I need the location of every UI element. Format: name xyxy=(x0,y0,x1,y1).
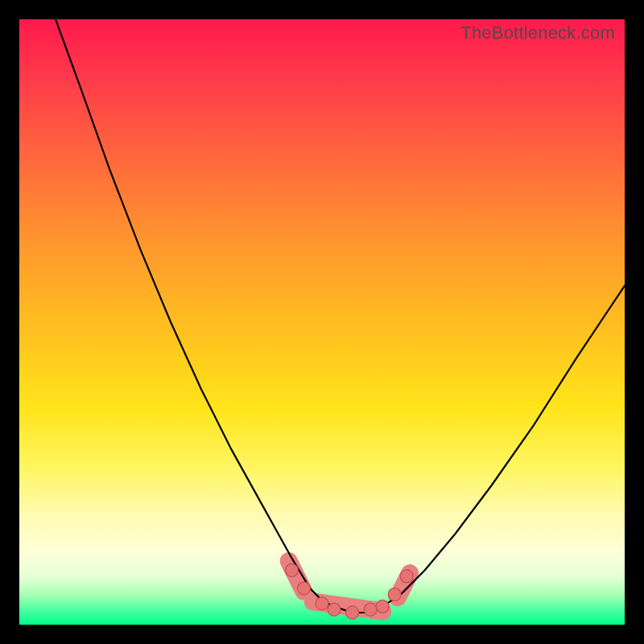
marker-dot xyxy=(346,606,359,619)
marker-dot xyxy=(376,600,389,613)
marker-dot xyxy=(400,570,413,583)
marker-dot-layer xyxy=(285,564,413,619)
bottleneck-curve xyxy=(56,19,625,613)
plot-area: TheBottleneck.com xyxy=(19,19,625,625)
marker-dot xyxy=(328,603,341,616)
chart-frame: TheBottleneck.com xyxy=(0,0,644,644)
marker-dot xyxy=(316,597,328,610)
curve-svg xyxy=(19,19,625,625)
marker-dot xyxy=(388,588,401,601)
marker-dot xyxy=(364,603,377,616)
watermark-text: TheBottleneck.com xyxy=(460,23,615,43)
marker-dot xyxy=(297,582,310,595)
marker-dot xyxy=(285,564,298,576)
